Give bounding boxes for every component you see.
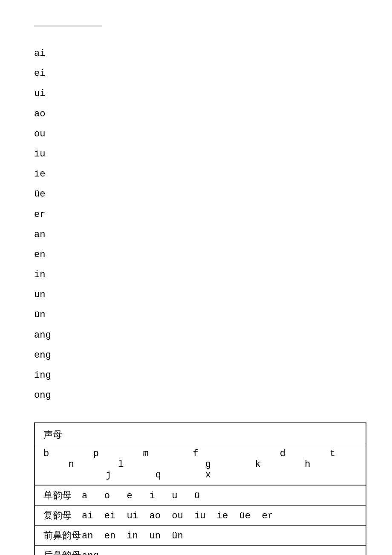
- houbiyunmu-values: ang: [82, 551, 99, 555]
- list-item: ai: [34, 43, 358, 64]
- qianbiyunmu-label: 前鼻韵母: [43, 529, 82, 542]
- list-item: ing: [34, 365, 358, 385]
- list-item: ang: [34, 325, 358, 345]
- list-item: ün: [34, 305, 358, 325]
- top-line: [34, 26, 102, 26]
- yunmu-row-compound: 复韵母 ai ei ui ao ou iu ie üe er: [35, 505, 366, 525]
- list-item: iu: [34, 144, 358, 164]
- shengmu-header: 声母: [35, 423, 366, 444]
- shengmu-label: 声母: [43, 430, 62, 441]
- yunmu-row-front-nasal: 前鼻韵母 an en in un ün: [35, 525, 366, 545]
- list-item: ei: [34, 64, 358, 84]
- list-item: ou: [34, 124, 358, 144]
- fuyunmu-label: 复韵母: [43, 509, 82, 522]
- list-item: an: [34, 225, 358, 245]
- phonetics-table: 声母 b p m f d t n l g k h j q x 单韵母 a o e…: [34, 422, 366, 555]
- shengmu-row: b p m f d t n l g k h j q x: [35, 444, 366, 486]
- qianbiyunmu-values: an en in un ün: [82, 531, 183, 541]
- list-item: üe: [34, 184, 358, 204]
- list-item: eng: [34, 345, 358, 365]
- fuyunmu-values: ai ei ui ao ou iu ie üe er: [82, 511, 273, 521]
- list-item: un: [34, 285, 358, 305]
- yunmu-row-back-nasal: 后鼻韵母 ang: [35, 545, 366, 555]
- list-item: in: [34, 265, 358, 285]
- pinyin-list: ai ei ui ao ou iu ie üe er an en in un ü…: [34, 43, 358, 405]
- list-item: ao: [34, 104, 358, 124]
- list-item: ie: [34, 164, 358, 184]
- yunmu-section: 单韵母 a o e i u ü 复韵母 ai ei ui ao ou iu ie…: [35, 486, 366, 555]
- houbiyunmu-label: 后鼻韵母: [43, 549, 82, 555]
- list-item: ui: [34, 84, 358, 104]
- list-item: en: [34, 245, 358, 265]
- danyunmu-label: 单韵母: [43, 489, 82, 502]
- danyunmu-values: a o e i u ü: [82, 491, 200, 501]
- list-item: er: [34, 205, 358, 225]
- yunmu-row-single: 单韵母 a o e i u ü: [35, 486, 366, 505]
- list-item: ong: [34, 385, 358, 405]
